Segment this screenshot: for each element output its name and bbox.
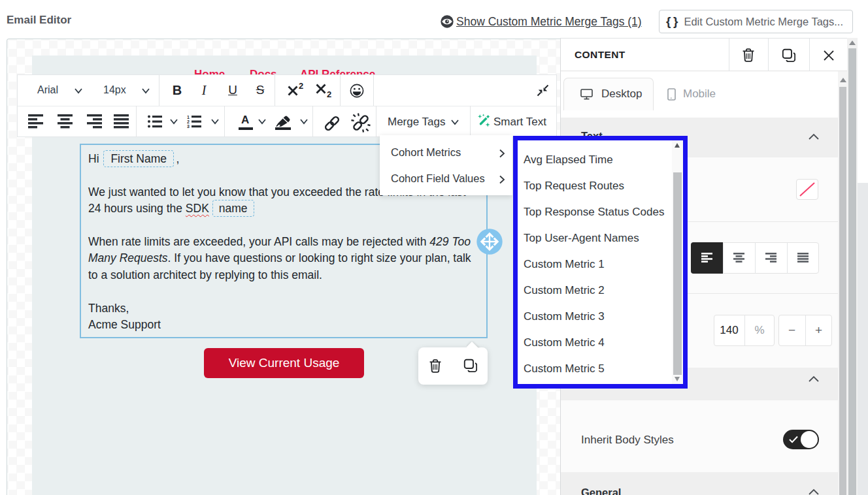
svg-text:2: 2 [187,120,190,124]
svg-text:3: 3 [187,124,190,129]
